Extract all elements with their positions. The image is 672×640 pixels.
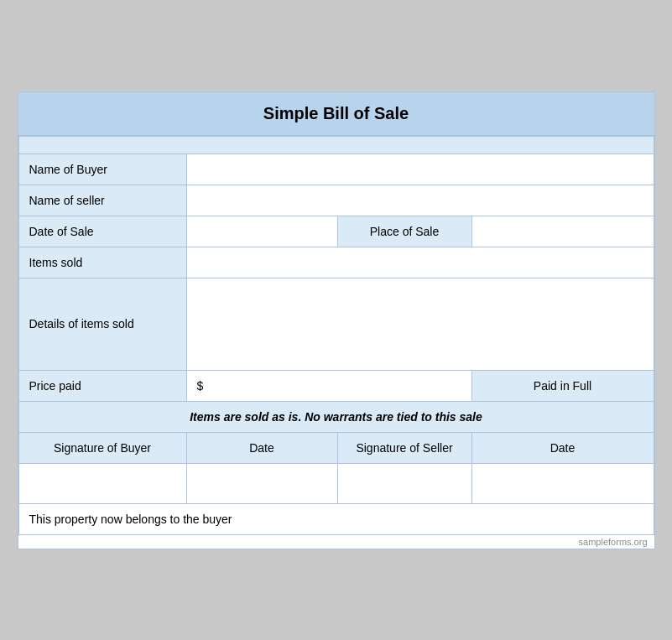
sig-value-row xyxy=(18,463,654,503)
date-place-row: Date of Sale Place of Sale xyxy=(18,216,654,247)
form-table: Name of Buyer Name of seller Date of Sal… xyxy=(18,136,654,535)
buyer-row: Name of Buyer xyxy=(18,153,654,185)
price-row: Price paid $ Paid in Full xyxy=(18,370,654,401)
date-input[interactable] xyxy=(186,216,337,247)
details-label: Details of items sold xyxy=(18,278,186,370)
sig-buyer-input[interactable] xyxy=(18,463,186,503)
items-sold-input[interactable] xyxy=(186,247,654,278)
sig-date1-input[interactable] xyxy=(186,463,337,503)
sig-date1-header: Date xyxy=(186,432,337,463)
paid-full-label: Paid in Full xyxy=(471,370,654,401)
form-container: Simple Bill of Sale Name of Buyer Name o… xyxy=(18,91,655,549)
subtitle-row xyxy=(18,136,654,153)
sig-date2-input[interactable] xyxy=(471,463,654,503)
place-label: Place of Sale xyxy=(337,216,471,247)
sig-header-row: Signature of Buyer Date Signature of Sel… xyxy=(18,432,654,463)
footer-row: This property now belongs to the buyer xyxy=(18,503,654,534)
date-label: Date of Sale xyxy=(18,216,186,247)
items-sold-row: Items sold xyxy=(18,247,654,278)
warranty-cell: Items are sold as is. No warrants are ti… xyxy=(18,401,654,432)
price-input[interactable]: $ xyxy=(186,370,471,401)
sig-seller-header: Signature of Seller xyxy=(337,432,471,463)
warranty-row: Items are sold as is. No warrants are ti… xyxy=(18,401,654,432)
watermark: sampleforms.org xyxy=(18,535,654,549)
subtitle-cell xyxy=(18,136,654,153)
price-label: Price paid xyxy=(18,370,186,401)
footer-cell: This property now belongs to the buyer xyxy=(18,503,654,534)
form-title: Simple Bill of Sale xyxy=(18,92,654,136)
items-sold-label: Items sold xyxy=(18,247,186,278)
seller-input[interactable] xyxy=(186,185,654,216)
seller-row: Name of seller xyxy=(18,185,654,216)
buyer-input[interactable] xyxy=(186,153,654,185)
details-input[interactable] xyxy=(186,278,654,370)
sig-seller-input[interactable] xyxy=(337,463,471,503)
sig-date2-header: Date xyxy=(471,432,654,463)
buyer-label: Name of Buyer xyxy=(18,153,186,185)
sig-buyer-header: Signature of Buyer xyxy=(18,432,186,463)
details-row: Details of items sold xyxy=(18,278,654,370)
seller-label: Name of seller xyxy=(18,185,186,216)
place-input[interactable] xyxy=(471,216,654,247)
title-text: Simple Bill of Sale xyxy=(263,104,409,122)
